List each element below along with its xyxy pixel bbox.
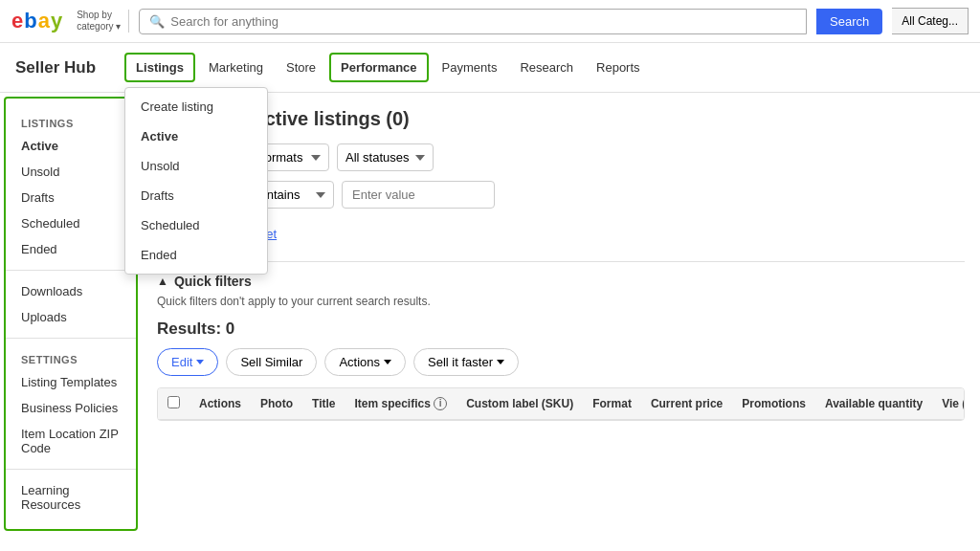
sell-faster-button[interactable]: Sell it faster xyxy=(413,348,519,376)
sidebar-section-listings: LISTINGS xyxy=(6,110,136,133)
search-icon: 🔍 xyxy=(149,14,165,29)
quick-filters-title: Quick filters xyxy=(174,274,252,289)
sidebar-divider-1 xyxy=(6,270,136,271)
dropdown-unsold[interactable]: Unsold xyxy=(125,151,267,181)
sidebar-divider-3 xyxy=(6,469,136,470)
listings-table: Actions Photo Title Item specifics i Cus… xyxy=(157,387,965,421)
all-categories-button[interactable]: All Categ... xyxy=(892,8,969,34)
seller-hub-header: Seller Hub Listings Create listing Activ… xyxy=(0,43,980,93)
th-available-quantity: Available quantity xyxy=(815,388,932,420)
listings-nav-wrap: Listings Create listing Active Unsold Dr… xyxy=(124,53,195,82)
th-title: Title xyxy=(302,388,345,420)
all-statuses-select[interactable]: All statuses Active Inactive xyxy=(337,143,434,171)
dropdown-create-listing[interactable]: Create listing xyxy=(125,92,267,121)
search-bar: 🔍 xyxy=(139,9,807,34)
collapse-icon[interactable]: ▲ xyxy=(157,275,168,288)
th-checkbox xyxy=(158,388,189,420)
sidebar-item-item-location[interactable]: Item Location ZIP Code xyxy=(6,421,136,461)
actions-chevron-icon xyxy=(384,360,391,364)
filter-row-2: Item title SKU Item ID contains equals s… xyxy=(157,181,965,209)
search-button[interactable]: Search xyxy=(816,9,882,34)
edit-button[interactable]: Edit xyxy=(157,348,218,376)
main-nav: Listings Create listing Active Unsold Dr… xyxy=(124,53,649,82)
table-header-row: Actions Photo Title Item specifics i Cus… xyxy=(158,388,965,420)
nav-item-store[interactable]: Store xyxy=(277,55,325,80)
th-actions: Actions xyxy=(189,388,251,420)
nav-item-research[interactable]: Research xyxy=(510,55,583,80)
filter-row-1: Filter 1 All formats Fixed price Auction… xyxy=(157,143,965,171)
sell-faster-chevron-icon xyxy=(497,360,504,364)
sidebar-item-unsold[interactable]: Unsold xyxy=(6,159,136,185)
results-title: Results: 0 xyxy=(157,320,965,339)
sidebar-item-ended[interactable]: Ended xyxy=(6,236,136,262)
th-promotions: Promotions xyxy=(732,388,815,420)
top-nav: ebay Shop by category ▾ 🔍 Search All Cat… xyxy=(0,0,980,43)
select-all-checkbox[interactable] xyxy=(167,396,180,408)
sidebar-item-downloads[interactable]: Downloads xyxy=(6,278,136,304)
dropdown-ended[interactable]: Ended xyxy=(125,240,267,270)
actions-button[interactable]: Actions xyxy=(324,348,406,376)
quick-filters-header: ▲ Quick filters xyxy=(157,274,965,289)
sell-similar-button[interactable]: Sell Similar xyxy=(226,348,317,376)
sidebar-item-learning-resources[interactable]: Learning Resources xyxy=(6,477,136,518)
search-reset-bar: Search Reset xyxy=(157,220,965,248)
sidebar-section-settings: SETTINGS xyxy=(6,346,136,369)
th-photo: Photo xyxy=(251,388,302,420)
seller-hub-title: Seller Hub xyxy=(15,58,96,77)
sidebar-item-listing-templates[interactable]: Listing Templates xyxy=(6,369,136,395)
dropdown-active[interactable]: Active xyxy=(125,121,267,151)
nav-item-reports[interactable]: Reports xyxy=(587,55,650,80)
dropdown-scheduled[interactable]: Scheduled xyxy=(125,210,267,240)
th-watcher-date: Vie (30 da... i xyxy=(932,388,965,420)
th-current-price: Current price xyxy=(641,388,732,420)
nav-item-performance[interactable]: Performance xyxy=(329,53,428,82)
action-bar: Edit Sell Similar Actions Sell it faster xyxy=(157,348,965,376)
sidebar-item-scheduled[interactable]: Scheduled xyxy=(6,210,136,236)
listings-dropdown: Create listing Active Unsold Drafts Sche… xyxy=(124,87,268,275)
nav-item-listings[interactable]: Listings xyxy=(124,53,195,82)
search-input[interactable] xyxy=(170,14,796,29)
sidebar-item-drafts[interactable]: Drafts xyxy=(6,185,136,210)
results-section: Results: 0 Edit Sell Similar Actions Sel… xyxy=(157,320,965,421)
page-title: My eBay - Active listings (0) xyxy=(157,108,965,130)
th-item-specifics: Item specifics i xyxy=(345,388,457,420)
sidebar-item-uploads[interactable]: Uploads xyxy=(6,304,136,330)
value-input[interactable] xyxy=(342,181,495,209)
th-format: Format xyxy=(583,388,641,420)
th-custom-label: Custom label (SKU) xyxy=(457,388,583,420)
nav-item-payments[interactable]: Payments xyxy=(433,55,507,80)
sidebar: LISTINGS Active Unsold Drafts Scheduled … xyxy=(4,97,138,531)
sidebar-item-business-policies[interactable]: Business Policies xyxy=(6,395,136,421)
sidebar-item-active[interactable]: Active xyxy=(6,133,136,159)
dropdown-drafts[interactable]: Drafts xyxy=(125,181,267,210)
quick-filters-note: Quick filters don't apply to your curren… xyxy=(157,295,965,308)
nav-item-marketing[interactable]: Marketing xyxy=(199,55,273,80)
sidebar-divider-2 xyxy=(6,338,136,339)
edit-chevron-icon xyxy=(196,360,204,364)
ebay-logo[interactable]: ebay xyxy=(11,9,61,33)
quick-filters-section: ▲ Quick filters Quick filters don't appl… xyxy=(157,261,965,308)
shop-by-category[interactable]: Shop by category ▾ xyxy=(77,10,129,33)
item-specifics-info-icon[interactable]: i xyxy=(434,397,447,410)
